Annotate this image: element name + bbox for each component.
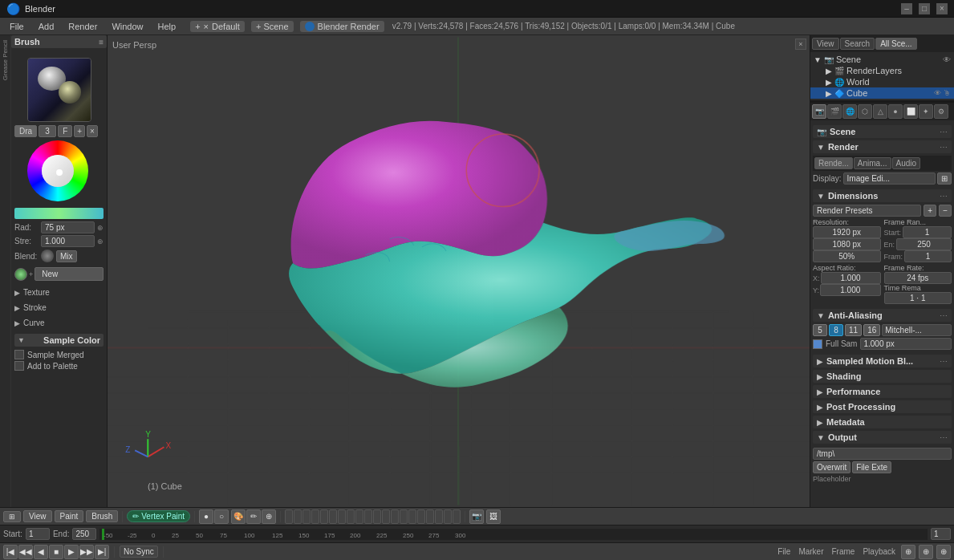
jump-start-btn[interactable]: |◀ <box>3 545 18 559</box>
kf-btn-13[interactable] <box>391 509 399 524</box>
timeline-ruler[interactable]: -50 -25 0 25 50 75 100 125 150 175 200 2… <box>99 529 928 540</box>
tool-btn-extra[interactable]: + <box>74 125 85 137</box>
viewport[interactable]: User Persp <box>108 35 810 507</box>
brush-panel-collapse-icon[interactable]: ≡ <box>99 38 104 47</box>
resolution-percent[interactable]: 50% <box>813 250 881 262</box>
minimize-button[interactable]: – <box>901 3 912 14</box>
stop-btn[interactable]: ■ <box>49 545 63 559</box>
full-sample-checkbox[interactable] <box>813 339 822 349</box>
vertex-paint-mode[interactable]: ✏ Vertex Paint <box>127 510 190 522</box>
kf-btn-8[interactable] <box>347 509 355 524</box>
cube-visibility-icon[interactable]: 👁 🖱 <box>934 89 951 97</box>
kf-btn-5[interactable] <box>320 509 328 524</box>
workspace-selector[interactable]: + × Default <box>190 21 245 32</box>
bt-file-icon[interactable]: ⊞ <box>3 511 21 522</box>
strength-input[interactable] <box>39 125 56 137</box>
menu-render[interactable]: Render <box>62 20 104 33</box>
props-texture-icon[interactable]: ⬜ <box>903 104 918 119</box>
full-sample-value[interactable]: 1.000 px <box>860 338 952 350</box>
color-btn[interactable]: 🎨 <box>231 509 246 524</box>
aspect-y-value[interactable]: 1.000 <box>820 284 880 296</box>
props-mesh-icon[interactable]: △ <box>873 104 887 119</box>
jump-end-btn[interactable]: ▶| <box>95 545 109 559</box>
menu-window[interactable]: Window <box>105 20 149 33</box>
aa-header[interactable]: ▼ Anti-Aliasing ⋯ <box>813 309 952 322</box>
play-btn[interactable]: ▶ <box>64 545 79 559</box>
kf-btn-3[interactable] <box>302 509 311 524</box>
stroke-section[interactable]: ▶ Stroke <box>14 302 104 314</box>
render-presets-selector[interactable]: Render Presets <box>813 205 921 217</box>
presets-remove-btn[interactable]: − <box>939 205 952 217</box>
render-icon-btn[interactable]: 🖼 <box>486 509 501 524</box>
kf-btn-19[interactable] <box>444 509 452 524</box>
kf-btn-18[interactable] <box>435 509 443 524</box>
render-tab-anim[interactable]: Anima... <box>854 157 891 169</box>
camera-icon-btn[interactable]: 📷 <box>469 509 484 524</box>
play-back-btn[interactable]: ◀ <box>34 545 48 559</box>
tree-item-scene[interactable]: ▼ 📷 Scene 👁 <box>810 54 954 65</box>
kf-btn-7[interactable] <box>338 509 346 524</box>
motion-blur-section[interactable]: ▶ Sampled Motion Bl... ⋯ <box>813 355 952 367</box>
metadata-section[interactable]: ▶ Metadata <box>813 416 952 428</box>
props-render-icon[interactable]: 📷 <box>812 104 826 119</box>
menu-help[interactable]: Help <box>152 20 183 33</box>
dimensions-more[interactable]: ⋯ <box>940 192 948 201</box>
render-tab-audio[interactable]: Audio <box>892 157 921 169</box>
shading-section[interactable]: ▶ Shading <box>813 370 952 383</box>
overwrite-button[interactable]: Overwrit <box>813 461 850 473</box>
kf-btn-12[interactable] <box>382 509 390 524</box>
resolution-width[interactable]: 1920 px <box>813 226 881 238</box>
framerate-value[interactable]: 24 fps <box>884 272 952 284</box>
aa-more[interactable]: ⋯ <box>940 311 948 320</box>
tree-item-renderlayers[interactable]: ▶ 🎬 RenderLayers <box>810 65 954 76</box>
props-physics-icon[interactable]: ⚙ <box>934 104 948 119</box>
motion-blur-more[interactable]: ⋯ <box>940 357 948 366</box>
props-world-icon[interactable]: 🌐 <box>842 104 857 119</box>
scene-section[interactable]: 📷 Scene ⋯ <box>813 125 952 138</box>
menu-file[interactable]: File <box>3 20 30 33</box>
solid-mode-btn[interactable]: ● <box>199 509 213 524</box>
menu-add[interactable]: Add <box>32 20 61 33</box>
output-more[interactable]: ⋯ <box>940 433 948 442</box>
kf-btn-16[interactable] <box>417 509 425 524</box>
props-object-icon[interactable]: ⬡ <box>858 104 872 119</box>
close-button[interactable]: × <box>936 3 948 14</box>
kf-btn-15[interactable] <box>408 509 416 524</box>
kf-btn-17[interactable] <box>426 509 434 524</box>
sample-merged-checkbox[interactable] <box>14 350 24 359</box>
step-back-btn[interactable]: ◀◀ <box>18 545 33 559</box>
draw-button[interactable]: Dra <box>14 125 37 137</box>
performance-section[interactable]: ▶ Performance <box>813 385 952 398</box>
curve-section[interactable]: ▶ Curve <box>14 317 104 329</box>
file-ext-button[interactable]: File Exte <box>852 461 891 473</box>
status-extra-2[interactable]: ⊕ <box>919 545 933 559</box>
kf-btn-6[interactable] <box>329 509 337 524</box>
dimensions-header[interactable]: ▼ Dimensions ⋯ <box>813 189 952 202</box>
tab-all-scenes[interactable]: All Sce... <box>875 38 916 50</box>
post-processing-section[interactable]: ▶ Post Processing <box>813 400 952 413</box>
frame-value[interactable]: 1 <box>904 250 952 262</box>
end-value[interactable]: 250 <box>896 238 952 250</box>
aa-val-8[interactable]: 8 <box>829 324 843 336</box>
kf-btn-2[interactable] <box>294 509 302 524</box>
tab-search[interactable]: Search <box>840 38 875 50</box>
render-section-header[interactable]: ▼ Render ⋯ <box>813 140 952 153</box>
step-fwd-btn[interactable]: ▶▶ <box>79 545 94 559</box>
viewport-corner-button[interactable]: × <box>795 39 806 50</box>
scene-selector[interactable]: + Scene <box>251 21 294 32</box>
new-brush-button[interactable]: New <box>35 267 104 281</box>
aa-val-5[interactable]: 5 <box>813 324 827 336</box>
bt-paint-button[interactable]: Paint <box>55 510 84 522</box>
f-button[interactable]: F <box>58 125 72 137</box>
bt-view-button[interactable]: View <box>23 510 52 522</box>
tl-end-input[interactable]: 250 <box>72 528 96 540</box>
kf-btn-9[interactable] <box>355 509 363 524</box>
props-material-icon[interactable]: ● <box>888 104 903 119</box>
presets-add-btn[interactable]: + <box>924 205 936 217</box>
maximize-button[interactable]: □ <box>919 3 930 14</box>
aspect-x-value[interactable]: 1.000 <box>821 272 881 284</box>
scene-more-icon[interactable]: ⋯ <box>940 128 948 136</box>
color-wheel[interactable] <box>27 140 88 201</box>
status-frame[interactable]: Frame <box>830 547 858 556</box>
scene-visibility-icon[interactable]: 👁 <box>943 55 951 64</box>
